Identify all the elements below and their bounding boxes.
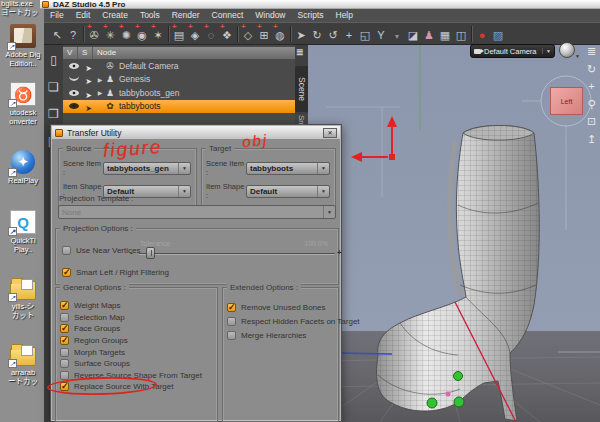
file-toolbar-icon[interactable]: ❏ [48, 80, 59, 94]
projection-template-dropdown[interactable]: None [58, 205, 336, 219]
general-option-row[interactable]: Morph Targets [60, 346, 215, 358]
use-near-vertices-checkbox[interactable] [62, 246, 71, 255]
menu-item[interactable]: File [44, 9, 70, 22]
view-sphere-icon[interactable] [559, 42, 575, 58]
viewport-tool-icon[interactable]: ⚲ [587, 99, 595, 110]
expander-icon[interactable]: ▶ [96, 89, 104, 96]
close-icon[interactable]: ✕ [323, 128, 337, 138]
toolbar-icon[interactable]: + ➤ [293, 25, 309, 43]
viewport-tool-icon[interactable]: + [588, 81, 594, 92]
general-option-row[interactable]: Selection Map [60, 312, 215, 324]
general-option-row[interactable]: Region Groups [60, 335, 215, 347]
viewport-tool-icon[interactable]: ≣ [587, 46, 596, 57]
menu-item[interactable]: Window [249, 9, 291, 22]
slider-handle[interactable] [146, 247, 155, 259]
desktop-shortcut[interactable]: yills-シカット [0, 276, 46, 320]
desktop-shortcut-icon[interactable] [10, 281, 36, 300]
option-checkbox[interactable] [60, 313, 69, 322]
scene-node-row[interactable]: ▶ ♟ tabbyboots_gen [63, 86, 295, 100]
toolbar-icon[interactable]: + ✺ [118, 25, 134, 43]
menu-item[interactable]: Scripts [292, 9, 330, 22]
general-option-row[interactable]: Face Groups [60, 323, 215, 335]
desktop-shortcut[interactable]: ♉ utodeskonverter [0, 82, 46, 126]
toolbar-icon[interactable]: + ▨ [490, 25, 506, 43]
desktop-shortcut[interactable]: Q QuickTiPlay.. [0, 210, 46, 254]
tolerance-slider[interactable] [139, 253, 335, 254]
tab-scene[interactable]: Scene [295, 66, 308, 112]
option-checkbox[interactable] [60, 359, 69, 368]
desktop-shortcut[interactable]: ✦ RealPlay [0, 150, 46, 186]
toolbar-icon[interactable]: + ● [474, 25, 490, 43]
smart-lr-filtering-checkbox[interactable] [62, 268, 71, 277]
general-option-row[interactable]: Weight Maps [60, 300, 215, 312]
menu-item[interactable]: Connect [206, 9, 250, 22]
pane-menu-icon[interactable]: ≣ [296, 47, 304, 57]
toolbar-icon[interactable]: + ✶ [150, 25, 166, 43]
toolbar-icon[interactable]: + + [341, 25, 357, 43]
source-scene-item-dropdown[interactable]: tabbyboots_gen [103, 162, 191, 175]
toolbar-icon[interactable]: + ↻ [309, 25, 325, 43]
option-checkbox[interactable] [227, 331, 236, 340]
toolbar-icon[interactable]: + ◇ [240, 25, 256, 43]
camera-selector[interactable]: Default Camera [470, 44, 555, 58]
toolbar-icon[interactable]: + ↖ [49, 25, 65, 43]
window-titlebar[interactable]: DAZ Studio 4.5 Pro [40, 0, 600, 9]
viewport-tool-icon[interactable]: ↻ [587, 64, 596, 75]
toolbar-icon[interactable]: + ◉ [134, 25, 150, 43]
toolbar-icon[interactable]: + ❖ [219, 25, 235, 43]
extended-option-row[interactable]: Merge Hierarchies [227, 329, 336, 343]
option-checkbox[interactable] [227, 317, 236, 326]
scene-node-row[interactable]: ✿ tabbyboots [63, 100, 295, 114]
extended-option-row[interactable]: Respect Hidden Facets on Target [227, 314, 336, 328]
option-checkbox[interactable] [227, 303, 236, 312]
option-checkbox[interactable] [60, 336, 69, 345]
toolbar-icon[interactable]: + ◪ [405, 25, 421, 43]
option-checkbox[interactable] [60, 324, 69, 333]
dialog-titlebar[interactable]: Transfer Utility ✕ [52, 126, 340, 139]
toolbar-icon[interactable]: + ◱ [357, 25, 373, 43]
toolbar-icon[interactable]: + ◫ [453, 25, 469, 43]
desktop-shortcut[interactable]: Adobe DigEdition.. [0, 24, 46, 68]
general-option-row[interactable]: Surface Groups [60, 358, 215, 370]
toolbar-icon[interactable]: + ◌ [203, 25, 219, 43]
menu-item[interactable]: Create [96, 9, 134, 22]
menu-item[interactable]: Tools [134, 9, 166, 22]
toolbar-icon[interactable]: + ▦ [437, 25, 453, 43]
view-cube[interactable]: Left [550, 87, 583, 115]
viewport-tool-icon[interactable]: ⊡ [587, 116, 596, 127]
menu-item[interactable]: Help [330, 9, 359, 22]
toolbar-icon[interactable]: + ◍ [272, 25, 288, 43]
toolbar-icon[interactable]: + ✇ [86, 25, 102, 43]
menu-item[interactable]: Render [166, 9, 206, 22]
toolbar-icon[interactable]: + ▼ [389, 25, 405, 43]
desktop-shortcut-icon[interactable]: Q [10, 210, 36, 234]
extended-option-row[interactable]: Remove Unused Bones [227, 300, 336, 314]
desktop-shortcut-icon[interactable]: ✦ [11, 150, 35, 174]
slider-minus[interactable]: - [130, 249, 133, 257]
toolbar-icon[interactable]: + ✳ [102, 25, 118, 43]
target-item-shape-dropdown[interactable]: Default [246, 185, 330, 198]
option-checkbox[interactable] [60, 371, 69, 380]
desktop-shortcut-icon[interactable] [10, 347, 36, 366]
desktop-shortcut-icon[interactable]: ♉ [10, 82, 36, 106]
toolbar-icon[interactable]: + ⊞ [256, 25, 272, 43]
toolbar-icon[interactable]: + ↺ [325, 25, 341, 43]
toolbar-icon[interactable]: + Y [373, 25, 389, 43]
file-toolbar-icon[interactable]: ❐ [48, 107, 59, 121]
target-scene-item-dropdown[interactable]: tabbyboots [246, 162, 330, 175]
toolbar-icon[interactable]: + ? [65, 25, 81, 43]
toolbar-icon[interactable]: + ▤ [171, 25, 187, 43]
file-toolbar-icon[interactable]: ▯ [50, 53, 57, 67]
viewport[interactable]: Default Camera ≣↻+⚲⊡↥ Left [308, 45, 600, 422]
scene-node-row[interactable]: ▶ ♟ Genesis [63, 73, 295, 87]
toolbar-icon[interactable]: + ♟ [421, 25, 437, 43]
viewport-tool-icon[interactable]: ↥ [587, 134, 596, 145]
expander-icon[interactable]: ▶ [96, 76, 104, 83]
toolbar-icon[interactable]: + ◈ [187, 25, 203, 43]
scene-node-row[interactable]: ✇ Default Camera [63, 59, 295, 73]
menu-item[interactable]: Edit [70, 9, 97, 22]
option-checkbox[interactable] [60, 301, 69, 310]
slider-plus[interactable]: + [337, 249, 342, 257]
desktop-shortcut-icon[interactable] [10, 24, 36, 48]
option-checkbox[interactable] [60, 348, 69, 357]
